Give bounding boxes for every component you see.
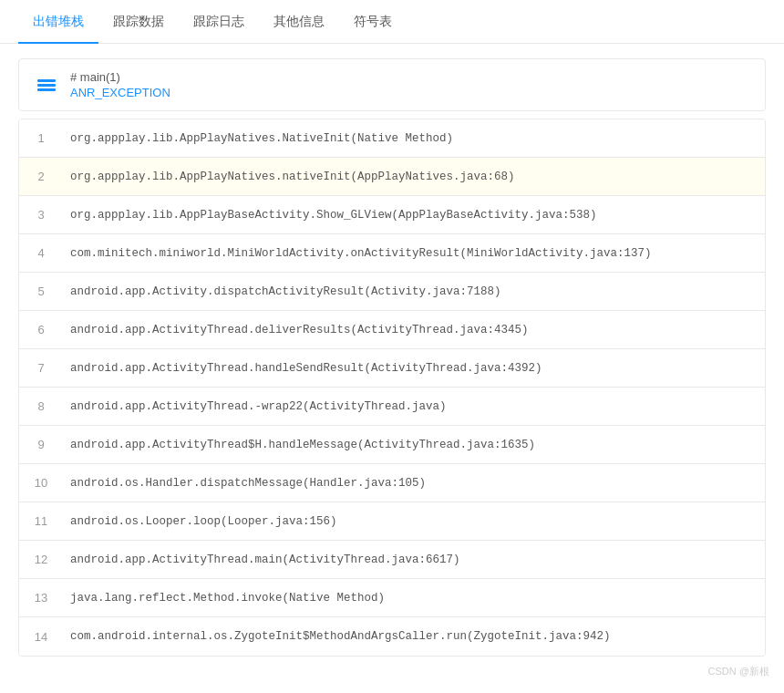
row-code: android.os.Handler.dispatchMessage(Handl… bbox=[63, 468, 765, 499]
main-content: # main(1) ANR_EXCEPTION 1org.appplay.lib… bbox=[0, 44, 784, 671]
tab-symbol-table[interactable]: 符号表 bbox=[339, 1, 407, 43]
row-number: 4 bbox=[19, 237, 63, 269]
row-number: 6 bbox=[19, 314, 63, 346]
row-code: android.app.ActivityThread.-wrap22(Activ… bbox=[63, 391, 765, 422]
row-code: android.app.ActivityThread.main(Activity… bbox=[63, 544, 765, 575]
table-row[interactable]: 2org.appplay.lib.AppPlayNatives.nativeIn… bbox=[19, 158, 765, 196]
row-number: 1 bbox=[19, 122, 63, 154]
row-code: android.app.ActivityThread.handleSendRes… bbox=[63, 353, 765, 384]
thread-icon bbox=[34, 72, 59, 98]
row-code: android.app.Activity.dispatchActivityRes… bbox=[63, 276, 765, 307]
tab-other-info[interactable]: 其他信息 bbox=[259, 1, 339, 43]
row-code: com.android.internal.os.ZygoteInit$Metho… bbox=[63, 621, 765, 652]
row-number: 2 bbox=[19, 160, 63, 192]
thread-name: # main(1) bbox=[70, 70, 170, 84]
row-code: org.appplay.lib.AppPlayNatives.NativeIni… bbox=[63, 123, 765, 154]
table-row[interactable]: 6android.app.ActivityThread.deliverResul… bbox=[19, 311, 765, 349]
row-number: 3 bbox=[19, 199, 63, 231]
row-code: java.lang.reflect.Method.invoke(Native M… bbox=[63, 583, 765, 614]
tab-trace-data[interactable]: 跟踪数据 bbox=[98, 1, 179, 43]
watermark: CSDN @新根 bbox=[708, 665, 769, 678]
row-number: 5 bbox=[19, 275, 63, 307]
row-number: 10 bbox=[19, 467, 63, 499]
row-code: org.appplay.lib.AppPlayBaseActivity.Show… bbox=[63, 200, 765, 231]
tab-navigation: 出错堆栈跟踪数据跟踪日志其他信息符号表 bbox=[0, 0, 784, 44]
row-number: 11 bbox=[19, 505, 63, 537]
row-code: org.appplay.lib.AppPlayNatives.nativeIni… bbox=[63, 161, 765, 192]
thread-info: # main(1) ANR_EXCEPTION bbox=[70, 70, 170, 99]
table-row[interactable]: 8android.app.ActivityThread.-wrap22(Acti… bbox=[19, 388, 765, 426]
tab-trace-log[interactable]: 跟踪日志 bbox=[179, 1, 259, 43]
thread-exception: ANR_EXCEPTION bbox=[70, 86, 170, 99]
row-code: android.app.ActivityThread.deliverResult… bbox=[63, 315, 765, 346]
tab-error-stack[interactable]: 出错堆栈 bbox=[18, 1, 98, 43]
table-row[interactable]: 11android.os.Looper.loop(Looper.java:156… bbox=[19, 502, 765, 541]
stack-table: 1org.appplay.lib.AppPlayNatives.NativeIn… bbox=[18, 119, 766, 657]
row-code: android.app.ActivityThread$H.handleMessa… bbox=[63, 429, 765, 460]
row-number: 13 bbox=[19, 582, 63, 614]
table-row[interactable]: 12android.app.ActivityThread.main(Activi… bbox=[19, 541, 765, 579]
row-number: 9 bbox=[19, 429, 63, 460]
table-row[interactable]: 7android.app.ActivityThread.handleSendRe… bbox=[19, 349, 765, 388]
table-row[interactable]: 5android.app.Activity.dispatchActivityRe… bbox=[19, 273, 765, 311]
table-row[interactable]: 10android.os.Handler.dispatchMessage(Han… bbox=[19, 464, 765, 502]
table-row[interactable]: 1org.appplay.lib.AppPlayNatives.NativeIn… bbox=[19, 119, 765, 158]
thread-header: # main(1) ANR_EXCEPTION bbox=[18, 58, 766, 111]
row-code: com.minitech.miniworld.MiniWorldActivity… bbox=[63, 238, 765, 269]
table-row[interactable]: 9android.app.ActivityThread$H.handleMess… bbox=[19, 426, 765, 464]
row-number: 7 bbox=[19, 352, 63, 384]
table-row[interactable]: 13java.lang.reflect.Method.invoke(Native… bbox=[19, 579, 765, 617]
table-row[interactable]: 14com.android.internal.os.ZygoteInit$Met… bbox=[19, 617, 765, 656]
row-number: 12 bbox=[19, 543, 63, 575]
row-code: android.os.Looper.loop(Looper.java:156) bbox=[63, 506, 765, 537]
row-number: 8 bbox=[19, 390, 63, 422]
row-number: 14 bbox=[19, 621, 63, 653]
table-row[interactable]: 4com.minitech.miniworld.MiniWorldActivit… bbox=[19, 234, 765, 273]
table-row[interactable]: 3org.appplay.lib.AppPlayBaseActivity.Sho… bbox=[19, 196, 765, 234]
